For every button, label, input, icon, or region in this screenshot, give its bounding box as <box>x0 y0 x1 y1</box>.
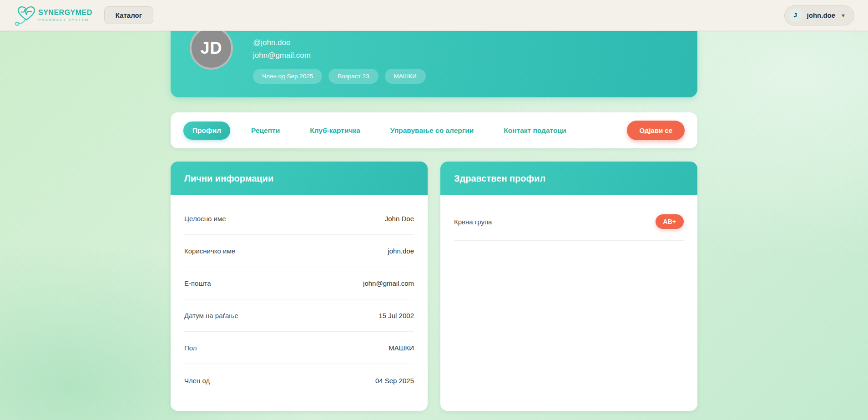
row-label: Датум на раѓање <box>184 312 238 319</box>
tab-club-card[interactable]: Клуб-картичка <box>301 121 369 140</box>
row-username: Корисничко име john.doe <box>184 235 414 267</box>
row-label: Е-пошта <box>184 279 211 287</box>
logo-name: SYNERGYMED <box>38 9 92 17</box>
main-container: JD @john.doe john@gmail.com Член од Sep … <box>171 31 697 411</box>
health-profile-title: Здравствен профил <box>454 173 545 184</box>
logo-text: SYNERGYMED PHARMACY SYSTEM <box>38 9 92 22</box>
health-profile-card: Здравствен профил Крвна група AB+ <box>440 162 697 411</box>
user-avatar: J <box>788 8 802 22</box>
profile-handle: @john.doe <box>253 37 426 48</box>
page: SYNERGYMED PHARMACY SYSTEM Каталог J joh… <box>0 0 868 420</box>
row-label: Пол <box>184 344 197 352</box>
personal-info-card-header: Лични информации <box>171 162 428 195</box>
profile-hero: JD @john.doe john@gmail.com Член од Sep … <box>171 31 697 97</box>
row-value: John Doe <box>385 215 414 223</box>
profile-hero-info: @john.doe john@gmail.com Член од Sep 202… <box>253 31 426 97</box>
personal-info-card-body: Целосно име John Doe Корисничко име john… <box>171 195 428 407</box>
row-label: Целосно име <box>184 215 226 223</box>
tab-profile[interactable]: Профил <box>183 121 230 140</box>
health-profile-card-body: Крвна група AB+ <box>440 195 697 252</box>
row-value: 04 Sep 2025 <box>375 377 414 385</box>
logo-subtitle: PHARMACY SYSTEM <box>38 18 92 22</box>
profile-tabbar: Профил Рецепти Клуб-картичка Управување … <box>171 112 697 148</box>
blood-type-badge: AB+ <box>656 214 684 229</box>
user-name: john.doe <box>807 11 836 19</box>
row-value: МАШКИ <box>389 344 414 352</box>
tab-prescriptions[interactable]: Рецепти <box>242 121 289 140</box>
row-label: Крвна група <box>454 218 492 226</box>
row-label: Член од <box>184 377 210 385</box>
row-birthdate: Датум на раѓање 15 Jul 2002 <box>184 299 414 332</box>
tab-allergies[interactable]: Управување со алергии <box>381 121 483 140</box>
row-gender: Пол МАШКИ <box>184 332 414 364</box>
age-badge: Возраст 23 <box>328 69 378 84</box>
profile-badges: Член од Sep 2025 Возраст 23 МАШКИ <box>253 69 426 84</box>
row-value: john@gmail.com <box>363 279 414 287</box>
cards-row: Лични информации Целосно име John Doe Ко… <box>171 162 697 411</box>
row-label: Корисничко име <box>184 247 235 255</box>
row-member-since: Член од 04 Sep 2025 <box>184 364 414 396</box>
user-menu[interactable]: J john.doe ▼ <box>784 5 854 25</box>
navbar: SYNERGYMED PHARMACY SYSTEM Каталог J joh… <box>0 0 868 31</box>
row-value: 15 Jul 2002 <box>378 312 414 319</box>
health-profile-card-header: Здравствен профил <box>440 162 697 195</box>
profile-avatar: JD <box>190 26 233 70</box>
catalog-button[interactable]: Каталог <box>104 6 153 24</box>
gender-badge: МАШКИ <box>385 69 426 84</box>
row-email: Е-пошта john@gmail.com <box>184 267 414 299</box>
profile-email: john@gmail.com <box>253 50 426 61</box>
chevron-down-icon: ▼ <box>841 13 846 18</box>
personal-info-card: Лични информации Целосно име John Doe Ко… <box>171 162 428 411</box>
row-value: john.doe <box>388 247 414 255</box>
logout-button[interactable]: Одјави се <box>627 121 685 140</box>
personal-info-title: Лични информации <box>184 173 273 184</box>
stethoscope-heart-icon <box>14 4 39 27</box>
app-logo[interactable]: SYNERGYMED PHARMACY SYSTEM <box>14 4 92 27</box>
member-since-badge: Член од Sep 2025 <box>253 69 322 84</box>
row-blood-type: Крвна група AB+ <box>454 202 684 241</box>
tab-contact-info[interactable]: Контакт податоци <box>495 121 575 140</box>
row-full-name: Целосно име John Doe <box>184 202 414 235</box>
